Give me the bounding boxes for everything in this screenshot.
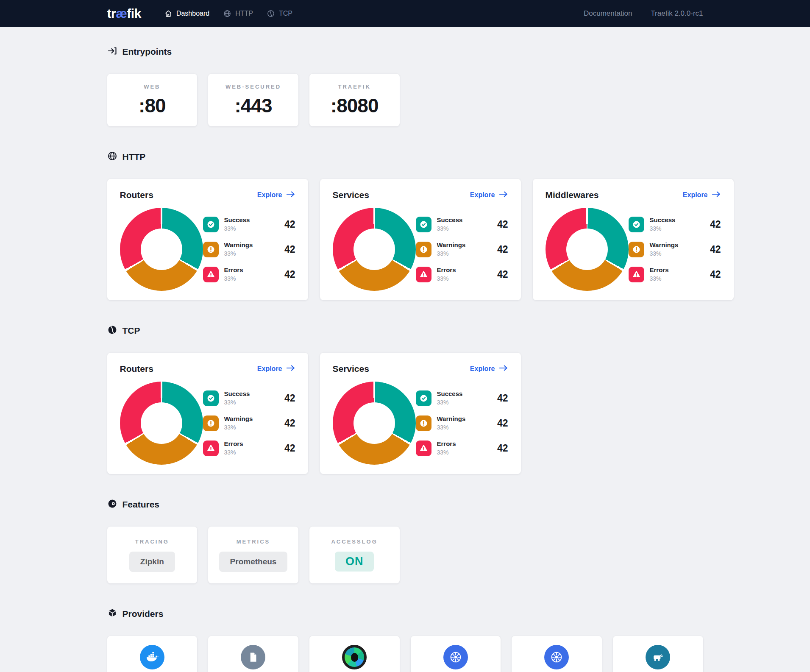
status-donut-chart bbox=[120, 382, 203, 465]
provider-card-docker: Docker bbox=[107, 636, 198, 672]
entrypoint-card-traefik: TRAEFIK :8080 bbox=[309, 74, 400, 126]
nav-item-label: HTTP bbox=[235, 10, 253, 17]
provider-card-kubernetes-ingress: KubernetesIngress bbox=[411, 636, 501, 672]
rancher-icon bbox=[646, 645, 670, 669]
success-check-icon bbox=[416, 217, 431, 232]
warning-circle-icon bbox=[203, 242, 219, 257]
feature-card-metrics: METRICS Prometheus bbox=[208, 527, 298, 583]
http-services-card: Services Explore Success33% 42 bbox=[320, 179, 521, 300]
entrypoint-label: WEB-SECURED bbox=[225, 84, 281, 90]
feature-label: METRICS bbox=[237, 538, 270, 545]
legend-row-warnings: Warnings33% 42 bbox=[416, 241, 508, 258]
explore-link[interactable]: Explore bbox=[683, 191, 721, 199]
status-donut-chart bbox=[333, 382, 416, 465]
entrypoint-label: TRAEFIK bbox=[338, 84, 370, 90]
entrypoints-section: Entrypoints WEB :80 WEB-SECURED :443 TRA… bbox=[107, 46, 703, 126]
tcp-section: TCP Routers Explore Success bbox=[107, 325, 703, 474]
arrow-right-icon bbox=[286, 191, 295, 199]
feature-value-badge: Prometheus bbox=[219, 552, 288, 572]
explore-link[interactable]: Explore bbox=[257, 365, 295, 373]
card-title: Services bbox=[333, 190, 369, 200]
providers-cube-icon bbox=[107, 608, 117, 620]
nav-item-http[interactable]: HTTP bbox=[223, 9, 253, 18]
tcp-routers-card: Routers Explore Success33% 42 bbox=[107, 353, 308, 474]
card-title: Services bbox=[333, 364, 369, 374]
success-check-icon bbox=[203, 217, 219, 232]
error-triangle-icon bbox=[629, 267, 644, 282]
http-routers-card: Routers Explore Success33% 42 bbox=[107, 179, 308, 300]
status-donut-chart bbox=[120, 208, 203, 291]
status-donut-chart bbox=[333, 208, 416, 291]
provider-card-kubernetes-crd: KubernetesCRD bbox=[512, 636, 602, 672]
providers-section: Providers Docker File Marathon bbox=[107, 608, 703, 672]
http-middlewares-card: Middlewares Explore Success33% 42 bbox=[533, 179, 734, 300]
entrypoint-card-web-secured: WEB-SECURED :443 bbox=[208, 74, 298, 126]
legend-row-errors: Errors33% 42 bbox=[416, 266, 508, 283]
success-check-icon bbox=[416, 390, 431, 406]
warning-circle-icon bbox=[416, 415, 431, 431]
section-title: Features bbox=[122, 499, 160, 510]
legend-row-warnings: Warnings33% 42 bbox=[203, 415, 295, 432]
feature-label: ACCESSLOG bbox=[331, 538, 377, 545]
entrypoint-port: :8080 bbox=[331, 94, 379, 117]
warning-circle-icon bbox=[629, 242, 644, 257]
feature-on-badge: ON bbox=[335, 552, 374, 572]
explore-link[interactable]: Explore bbox=[470, 191, 508, 199]
kubernetes-icon bbox=[544, 645, 569, 669]
section-title: TCP bbox=[122, 326, 140, 336]
section-title: Providers bbox=[122, 609, 164, 619]
documentation-link[interactable]: Documentation bbox=[584, 9, 632, 18]
nav-item-dashboard[interactable]: Dashboard bbox=[164, 9, 209, 18]
warning-circle-icon bbox=[203, 415, 219, 431]
legend-row-errors: Errors33% 42 bbox=[203, 266, 295, 283]
success-check-icon bbox=[629, 217, 644, 232]
feature-card-tracing: TRACING Zipkin bbox=[107, 527, 198, 583]
top-navbar: træfik Dashboard HTTP TCP Documentation … bbox=[0, 0, 810, 27]
features-icon bbox=[107, 499, 117, 510]
entrypoint-port: :80 bbox=[139, 94, 165, 117]
providers-row: Docker File Marathon KubernetesIngress bbox=[107, 636, 703, 672]
entrypoint-label: WEB bbox=[144, 84, 160, 90]
provider-card-file: File bbox=[208, 636, 298, 672]
error-triangle-icon bbox=[203, 441, 219, 456]
entrypoint-port: :443 bbox=[234, 94, 272, 117]
arrow-right-icon bbox=[499, 365, 508, 373]
feature-value-badge: Zipkin bbox=[129, 552, 175, 572]
status-donut-chart bbox=[546, 208, 629, 291]
nav-item-tcp[interactable]: TCP bbox=[267, 9, 292, 18]
legend-row-errors: Errors33% 42 bbox=[203, 440, 295, 457]
marathon-icon bbox=[342, 645, 367, 669]
explore-link[interactable]: Explore bbox=[257, 191, 295, 199]
explore-link[interactable]: Explore bbox=[470, 365, 508, 373]
file-icon bbox=[241, 645, 265, 669]
legend-row-success: Success33% 42 bbox=[203, 390, 295, 407]
feature-card-accesslog: ACCESSLOG ON bbox=[309, 527, 400, 583]
arrow-right-icon bbox=[499, 191, 508, 199]
arrow-right-icon bbox=[286, 365, 295, 373]
globe-icon bbox=[223, 9, 231, 18]
success-check-icon bbox=[203, 390, 219, 406]
provider-card-rancher: Rancher bbox=[613, 636, 703, 672]
provider-card-marathon: Marathon bbox=[309, 636, 400, 672]
feature-label: TRACING bbox=[135, 538, 169, 545]
section-title: Entrypoints bbox=[122, 47, 172, 57]
home-icon bbox=[164, 9, 173, 18]
entrypoints-icon bbox=[107, 46, 117, 58]
tcp-icon bbox=[107, 325, 117, 337]
http-section: HTTP Routers Explore Succes bbox=[107, 151, 703, 300]
traefik-logo: træfik bbox=[107, 6, 141, 21]
card-title: Middlewares bbox=[546, 190, 599, 200]
warning-circle-icon bbox=[416, 242, 431, 257]
nav-item-label: TCP bbox=[279, 10, 292, 17]
legend-row-success: Success33% 42 bbox=[629, 216, 721, 233]
tcp-icon bbox=[267, 9, 275, 18]
error-triangle-icon bbox=[203, 267, 219, 282]
legend-row-warnings: Warnings33% 42 bbox=[629, 241, 721, 258]
card-title: Routers bbox=[120, 364, 153, 374]
card-title: Routers bbox=[120, 190, 153, 200]
nav-item-label: Dashboard bbox=[176, 10, 209, 17]
version-label: Traefik 2.0.0-rc1 bbox=[651, 9, 703, 18]
error-triangle-icon bbox=[416, 441, 431, 456]
globe-icon bbox=[107, 151, 117, 163]
legend-row-errors: Errors33% 42 bbox=[629, 266, 721, 283]
